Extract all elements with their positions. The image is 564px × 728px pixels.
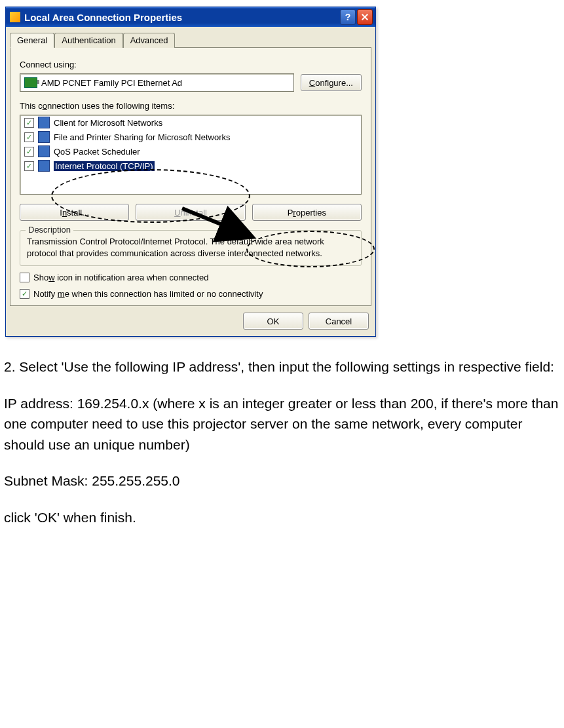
notify-checkbox[interactable]: ✓ [20,289,29,299]
item-label: Internet Protocol (TCP/IP) [54,161,155,171]
service-icon [38,145,50,157]
checkbox[interactable]: ✓ [24,118,34,128]
window-title: Local Area Connection Properties [24,12,340,23]
list-item[interactable]: ✓ QoS Packet Scheduler [20,144,361,159]
instructions-text: 2. Select 'Use the following IP address'… [0,337,564,550]
checkbox[interactable]: ✓ [24,147,34,157]
description-text: Transmission Control Protocol/Internet P… [27,236,354,259]
tab-authentication[interactable]: Authentication [54,33,122,48]
configure-button[interactable]: Configure... [301,74,362,91]
client-icon [38,117,50,128]
notify-label: Notify me when this connection has limit… [33,289,263,299]
tab-advanced[interactable]: Advanced [123,33,176,48]
protocol-icon [38,160,50,172]
subnet-mask-line: Subnet Mask: 255.255.255.0 [4,470,561,491]
checkbox[interactable]: ✓ [24,161,34,171]
adapter-name: AMD PCNET Family PCI Ethernet Ad [41,78,182,88]
item-label: QoS Packet Scheduler [54,147,140,157]
list-item[interactable]: ✓ File and Printer Sharing for Microsoft… [20,130,361,144]
service-icon [38,131,50,143]
ip-address-line: IP address: 169.254.0.x (where x is an i… [4,393,561,455]
list-item[interactable]: ✓ Client for Microsoft Networks [20,115,361,130]
show-icon-checkbox[interactable]: ✓ [20,273,29,282]
step2-intro: 2. Select 'Use the following IP address'… [4,356,561,377]
help-button[interactable]: ? [340,9,356,25]
properties-button[interactable]: Properties [252,204,362,221]
install-button[interactable]: Install... [20,204,129,221]
network-connection-icon [10,12,20,22]
connect-using-label: Connect using: [20,60,362,69]
uninstall-button[interactable]: Uninstall [136,204,245,221]
tab-panel-general: Connect using: AMD PCNET Family PCI Ethe… [10,47,371,306]
items-label: This connection uses the following items… [20,101,362,111]
tab-general[interactable]: General [10,33,54,48]
nic-icon [24,77,37,88]
tabs: General Authentication Advanced [6,27,375,47]
dialog-buttons: OK Cancel [6,306,375,336]
cancel-button[interactable]: Cancel [309,313,369,330]
items-listbox[interactable]: ✓ Client for Microsoft Networks ✓ File a… [20,115,362,195]
description-group: Description Transmission Control Protoco… [20,230,362,266]
ok-button[interactable]: OK [243,313,303,330]
list-item[interactable]: ✓ Internet Protocol (TCP/IP) [20,159,361,173]
titlebar: Local Area Connection Properties ? [6,7,375,27]
adapter-field[interactable]: AMD PCNET Family PCI Ethernet Ad [20,73,294,92]
finish-line: click 'OK' when finish. [4,507,561,528]
connection-properties-dialog: Local Area Connection Properties ? Gener… [5,7,376,337]
show-icon-label: Show icon in notification area when conn… [33,273,208,282]
item-label: Client for Microsoft Networks [54,118,162,128]
checkbox[interactable]: ✓ [24,132,34,142]
description-title: Description [26,225,73,235]
item-label: File and Printer Sharing for Microsoft N… [54,132,230,142]
close-button[interactable] [357,9,373,25]
